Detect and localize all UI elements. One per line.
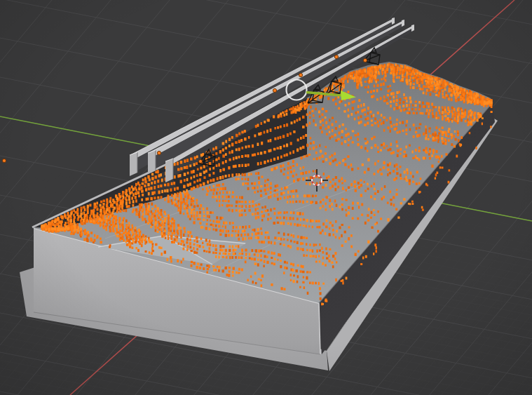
vignette-overlay	[0, 0, 532, 395]
viewport-canvas[interactable]	[0, 0, 532, 395]
blender-3d-viewport[interactable]	[0, 0, 532, 395]
